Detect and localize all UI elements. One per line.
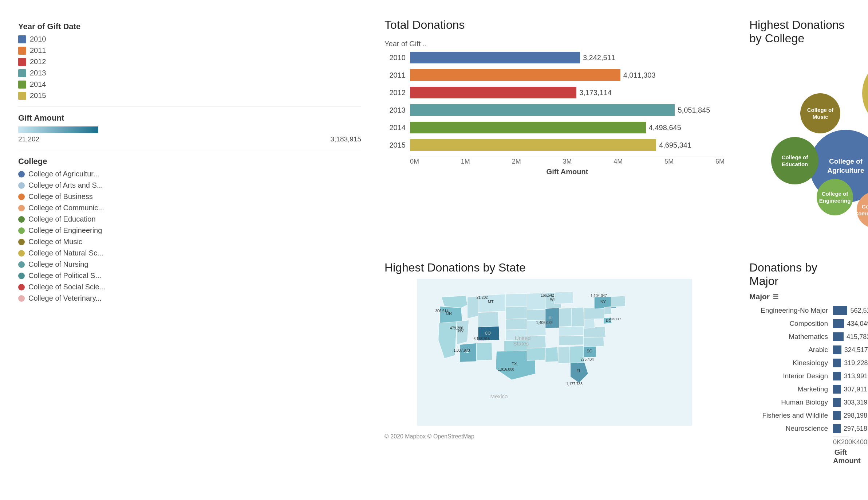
svg-text:CO: CO [485,331,490,335]
major-name-label: Composition [749,320,833,328]
bubble: College ofMusic [800,93,840,133]
bar-fill [410,52,580,63]
major-bar-track: 434,049 [833,319,848,328]
total-donations-title: Total Donations [384,18,725,32]
bubble: College of NaturalScience5,136,972 [862,57,868,130]
major-bar-value: 297,518 [844,425,867,433]
major-row: Human Biology 303,319 [749,397,848,407]
bar-row: 2015 4,695,341 [384,138,725,152]
college-legend-label: College of Engineering [28,226,102,235]
college-color-circle [18,227,25,234]
year-legend-item: 2012 [18,58,361,66]
donations-by-major-panel: Donations by Major Major ☰ Engineering-N… [741,254,857,489]
major-bar-track: 324,517 [833,345,848,354]
gift-amount-max: 3,183,915 [330,135,361,143]
major-row: Marketing 307,911 [749,384,848,394]
major-bar-fill [833,332,844,341]
year-color-box [18,35,26,43]
major-bar-track: 415,783 [833,332,848,341]
major-bar-value: 319,228 [844,359,868,367]
highest-by-college-panel: Highest Donations by College College of … [741,11,857,246]
major-bar-value: 562,519 [850,307,868,315]
year-legend-items: 2010 2011 2012 2013 2014 2015 [18,35,361,100]
major-name-label: Arabic [749,346,833,354]
us-map: OR 306,514 NV 479,280 MT 21,202 CO 3 [384,279,725,432]
major-name-label: Neuroscience [749,425,833,433]
college-legend-item: College of Education [18,215,361,223]
bar-fill [410,139,656,151]
svg-text:1,177,733: 1,177,733 [566,382,583,386]
bubble-name: College of [829,157,863,166]
svg-text:1,104,047: 1,104,047 [591,294,607,298]
dashboard: Total Donations Year of Gift .. 2010 3,2… [0,0,868,500]
major-bar-track: 298,198 [833,411,848,420]
bar-track: 4,695,341 [410,139,725,151]
major-row: Interior Design 313,991 [749,371,848,381]
bar-year-label: 2011 [384,71,410,79]
year-legend-item: 2010 [18,35,361,43]
major-row: Neuroscience 297,518 [749,423,848,434]
year-legend-label: 2011 [30,46,46,55]
bar-track: 5,051,845 [410,104,725,116]
major-row: Kinesiology 319,228 [749,358,848,368]
major-bar-track: 303,319 [833,398,848,407]
svg-text:Mexico: Mexico [490,393,508,399]
svg-text:States: States [513,340,529,347]
bubble-name: Music [813,113,828,121]
major-bar-value: 313,991 [844,372,868,380]
major-axis-labels: 0K 200K 400K 600K [833,437,848,446]
svg-text:479,280: 479,280 [450,326,463,330]
college-legend-label: College of Political S... [28,272,101,280]
major-bar-value: 298,198 [844,412,867,419]
bar-track: 3,173,114 [410,87,725,98]
college-color-circle [18,182,25,189]
svg-text:FL: FL [576,368,581,373]
major-name-label: Interior Design [749,372,833,380]
major-bar-track: 319,228 [833,359,848,367]
college-legend-item: College of Political S... [18,272,361,280]
major-name-label: Kinesiology [749,359,833,367]
svg-text:166,542: 166,542 [541,293,554,297]
bar-fill [410,69,620,81]
major-bar-value: 303,319 [844,399,867,406]
major-name-label: Marketing [749,385,833,393]
college-legend-label: College of Social Scie... [28,283,105,291]
college-legend-label: College of Communic... [28,204,104,212]
gift-amount-labels: 21,202 3,183,915 [18,135,361,143]
college-color-circle [18,284,25,290]
major-bar-track: 297,518 [833,424,848,433]
major-bar-fill [833,372,841,380]
svg-text:MT: MT [488,300,494,304]
year-legend-item: 2011 [18,46,361,55]
map-copyright: © 2020 Mapbox © OpenStreetMap [384,433,725,440]
bar-year-label: 2014 [384,124,410,132]
legend-panel: Year of Gift Date 2010 2011 2012 2013 20… [11,11,368,489]
college-color-circle [18,273,25,279]
college-legend-item: College of Engineering [18,226,361,235]
college-color-circle [18,250,25,257]
bubble: College ofEducation [771,137,818,184]
bar-fill [410,87,576,98]
bubble-name: College of [862,203,868,210]
svg-text:306,514: 306,514 [435,309,449,313]
filter-icon[interactable]: ☰ [773,293,778,301]
college-legend-label: College of Veterinary... [28,294,102,302]
bar-chart-subtitle: Year of Gift .. [384,40,725,48]
college-color-circle [18,194,25,200]
highest-by-state-panel: Highest Donations by State OR 306,514 NV [376,254,733,489]
major-subtitle: Major ☰ [749,292,848,301]
svg-text:275,404: 275,404 [580,358,594,362]
bar-fill [410,122,646,133]
year-color-box [18,81,26,89]
college-legend-item: College of Music [18,238,361,246]
bar-row: 2014 4,498,645 [384,121,725,134]
svg-text:1,406,082: 1,406,082 [536,321,553,325]
major-bar-fill [833,385,841,394]
major-chart: Major ☰ Engineering-No Major 562,519 Com… [749,292,848,465]
college-legend-item: College of Natural Sc... [18,249,361,257]
major-name-label: Engineering-No Major [749,306,833,315]
major-row: Engineering-No Major 562,519 [749,305,848,316]
bar-rows: 2010 3,242,511 2011 4,011,303 2012 3,173… [384,51,725,152]
bar-track: 3,242,511 [410,52,725,63]
bar-year-label: 2010 [384,54,410,62]
